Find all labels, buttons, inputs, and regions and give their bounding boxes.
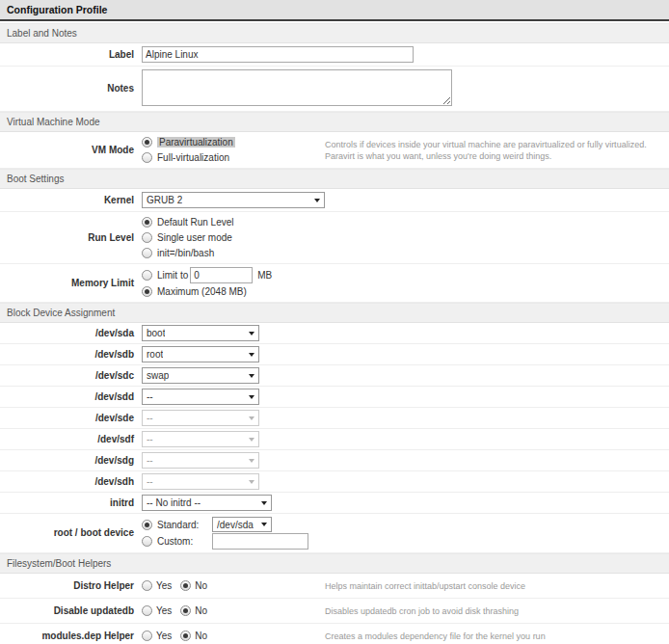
disable-updatedb-yes-radio[interactable] (142, 605, 152, 616)
label-row: Label (0, 43, 669, 67)
sdb-select[interactable]: root (142, 346, 259, 362)
disable-updatedb-no-radio[interactable] (180, 605, 191, 616)
root-boot-device-label: root / boot device (0, 527, 142, 539)
initrd-row: initrd -- No initrd -- (0, 493, 669, 514)
section-block-device-assignment: Block Device Assignment (0, 303, 669, 323)
kernel-label: Kernel (0, 195, 142, 206)
dropdown-arrow-icon (249, 353, 254, 357)
dropdown-arrow-icon (249, 374, 254, 378)
dropdown-arrow-icon (249, 332, 254, 335)
section-boot-settings: Boot Settings (0, 169, 669, 189)
root-boot-device-row: root / boot device Standard: /dev/sda Cu… (0, 514, 669, 553)
device-row-sdb: /dev/sdb root (0, 344, 669, 365)
device-row-sde: /dev/sde -- (0, 408, 669, 429)
memory-unit-label: MB (257, 270, 272, 281)
sde-select: -- (142, 410, 259, 426)
distro-helper-yes-radio[interactable] (142, 580, 152, 591)
label-field-label: Label (0, 49, 142, 61)
sdd-select[interactable]: -- (142, 389, 259, 405)
notes-row: Notes (0, 67, 669, 112)
standard-device-radio[interactable] (142, 520, 152, 530)
vm-mode-label: VM Mode (0, 145, 142, 156)
modules-dep-helper-row: modules.dep Helper Yes No Creates a modu… (0, 624, 669, 644)
sdc-select[interactable]: swap (142, 367, 259, 384)
custom-device-input[interactable] (212, 533, 308, 550)
standard-device-select[interactable]: /dev/sda (212, 517, 272, 532)
notes-textarea[interactable] (142, 69, 452, 106)
modules-dep-help-text: Creates a modules dependency file for th… (325, 631, 669, 642)
device-row-sdg: /dev/sdg -- (0, 450, 669, 471)
kernel-select[interactable]: GRUB 2 (142, 192, 325, 208)
device-row-sdh: /dev/sdh -- (0, 471, 669, 493)
device-row-sdd: /dev/sdd -- (0, 387, 669, 408)
run-level-label: Run Level (0, 232, 142, 244)
paravirtualization-radio[interactable] (142, 137, 152, 148)
paravirtualization-option-label[interactable]: Paravirtualization (157, 137, 235, 148)
sdf-select: -- (142, 431, 259, 447)
default-run-level-radio[interactable] (142, 217, 152, 228)
distro-helper-help-text: Helps maintain correct inittab/upstart c… (325, 580, 669, 592)
disable-updatedb-row: Disable updatedb Yes No Disables updated… (0, 599, 669, 624)
dropdown-arrow-icon (261, 523, 267, 526)
distro-helper-no-radio[interactable] (180, 580, 191, 591)
sda-select[interactable]: boot (142, 325, 259, 341)
maximum-memory-radio[interactable] (142, 286, 152, 297)
dropdown-arrow-icon (249, 395, 254, 399)
memory-limit-row: Memory Limit Limit to MB Maximum (2048 M… (0, 264, 669, 303)
vm-mode-help-text: Controls if devices inside your virtual … (325, 139, 669, 162)
page-title: Configuration Profile (0, 0, 669, 21)
device-row-sdc: /dev/sdc swap (0, 365, 669, 387)
label-input[interactable] (142, 46, 414, 63)
dropdown-arrow-icon (314, 199, 320, 202)
run-level-row: Run Level Default Run Level Single user … (0, 212, 669, 264)
sdh-select: -- (142, 473, 259, 490)
section-filesystem-boot-helpers: Filesystem/Boot Helpers (0, 553, 669, 574)
limit-to-radio[interactable] (142, 270, 152, 281)
device-row-sdf: /dev/sdf -- (0, 429, 669, 450)
memory-limit-input[interactable] (190, 267, 253, 283)
single-user-mode-radio[interactable] (142, 232, 152, 243)
memory-limit-label: Memory Limit (0, 278, 142, 289)
dropdown-arrow-icon (249, 438, 254, 442)
full-virtualization-option-label[interactable]: Full-virtualization (157, 152, 229, 163)
custom-device-radio[interactable] (142, 536, 152, 547)
modules-dep-yes-radio[interactable] (142, 631, 152, 641)
vm-mode-row: VM Mode Paravirtualization Full-virtuali… (0, 132, 669, 169)
dropdown-arrow-icon (249, 480, 254, 484)
kernel-row: Kernel GRUB 2 (0, 189, 669, 212)
device-row-sda: /dev/sda boot (0, 323, 669, 344)
section-virtual-machine-mode: Virtual Machine Mode (0, 112, 669, 132)
dropdown-arrow-icon (249, 459, 254, 463)
initrd-select[interactable]: -- No initrd -- (142, 495, 272, 511)
dropdown-arrow-icon (249, 416, 254, 420)
sdg-select: -- (142, 452, 259, 469)
modules-dep-no-radio[interactable] (180, 631, 191, 641)
configuration-profile-page: Configuration Profile Label and Notes La… (0, 0, 669, 644)
notes-field-label: Notes (0, 83, 142, 94)
init-bin-bash-radio[interactable] (142, 248, 152, 258)
dropdown-arrow-icon (261, 501, 267, 505)
initrd-label: initrd (0, 497, 142, 509)
full-virtualization-radio[interactable] (142, 152, 152, 163)
distro-helper-row: Distro Helper Yes No Helps maintain corr… (0, 574, 669, 599)
section-label-and-notes: Label and Notes (0, 23, 669, 43)
disable-updatedb-help-text: Disables updatedb cron job to avoid disk… (325, 605, 669, 617)
